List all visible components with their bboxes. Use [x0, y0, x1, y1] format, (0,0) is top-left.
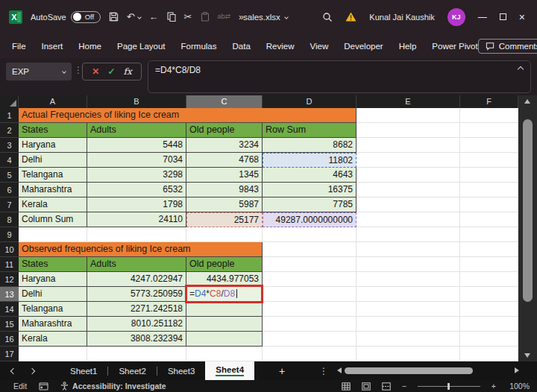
cell-B5[interactable]: 3298 [87, 168, 186, 183]
cell-F5[interactable] [460, 168, 518, 183]
row-header-5[interactable]: 5 [0, 168, 19, 183]
cell-D13[interactable] [263, 287, 357, 302]
macro-record-icon[interactable] [39, 382, 48, 391]
cell-B11[interactable]: Adults [87, 257, 186, 272]
cell-A2[interactable]: States [19, 123, 87, 138]
cell-A10[interactable]: Observed frequencies of liking Ice cream [19, 242, 263, 257]
cell-B7[interactable]: 1798 [87, 197, 186, 212]
cancel-icon[interactable]: ✕ [92, 66, 99, 77]
page-break-view-icon[interactable] [382, 382, 391, 391]
undo-icon[interactable]: ↶ [127, 12, 141, 22]
select-all-corner[interactable] [0, 95, 19, 108]
hscroll-right-icon[interactable] [515, 367, 519, 373]
scroll-down-icon[interactable] [524, 353, 530, 358]
cell-A3[interactable]: Haryana [19, 138, 87, 153]
ribbon-tab-data[interactable]: Data [233, 42, 251, 51]
row-header-17[interactable]: 17 [0, 347, 19, 361]
cell-B4[interactable]: 7034 [87, 153, 186, 168]
ribbon-tab-view[interactable]: View [310, 42, 329, 51]
cell-B2[interactable]: Adults [87, 123, 186, 138]
comments-button[interactable]: Comments [478, 39, 537, 54]
cell-A1[interactable]: Actual Frequencies of liking Ice cream [19, 108, 357, 123]
row-header-13[interactable]: 13 [0, 287, 19, 302]
column-header-E[interactable]: E [357, 95, 460, 108]
cell-E7[interactable] [357, 197, 460, 212]
ribbon-tab-page-layout[interactable]: Page Layout [117, 42, 166, 51]
cell-E9[interactable] [357, 227, 460, 242]
cell-B9[interactable] [87, 227, 186, 242]
cell-E4[interactable] [357, 153, 460, 168]
zoom-in-button[interactable]: + [492, 382, 496, 391]
cell-B6[interactable]: 6532 [87, 183, 186, 197]
cell-A13[interactable]: Delhi [19, 287, 87, 302]
cell-F12[interactable] [460, 272, 518, 287]
avatar[interactable]: KJ [448, 8, 465, 26]
zoom-out-button[interactable]: − [402, 382, 406, 391]
cell-F13[interactable] [460, 287, 518, 302]
row-header-1[interactable]: 1 [0, 108, 19, 123]
collapse-formula-bar-icon[interactable] [518, 66, 524, 72]
sheet-tab-sheet1[interactable]: Sheet1 [60, 361, 107, 380]
save-icon[interactable] [109, 12, 119, 22]
autosave-toggle[interactable]: Off [71, 11, 101, 23]
row-header-12[interactable]: 12 [0, 272, 19, 287]
cell-F11[interactable] [460, 257, 518, 272]
cell-F4[interactable] [460, 153, 518, 168]
ribbon-tab-help[interactable]: Help [399, 42, 417, 51]
row-header-7[interactable]: 7 [0, 197, 19, 212]
hscroll-left-icon[interactable] [337, 367, 342, 373]
cell-C16[interactable] [186, 332, 263, 347]
row-header-6[interactable]: 6 [0, 183, 19, 197]
cell-D2[interactable]: Row Sum [263, 123, 357, 138]
cell-C5[interactable]: 1345 [186, 168, 263, 183]
cell-E5[interactable] [357, 168, 460, 183]
add-sheet-button[interactable]: + [279, 361, 285, 380]
cell-D7[interactable]: 7785 [263, 197, 357, 212]
cell-E13[interactable] [357, 287, 460, 302]
column-header-F[interactable]: F [460, 95, 518, 108]
ribbon-tab-power-pivot[interactable]: Power Pivot [432, 42, 477, 51]
next-sheet-icon[interactable] [29, 367, 35, 373]
row-header-4[interactable]: 4 [0, 153, 19, 168]
row-header-15[interactable]: 15 [0, 317, 19, 332]
cell-C7[interactable]: 5987 [186, 197, 263, 212]
cell-B12[interactable]: 4247.022947 [87, 272, 186, 287]
cell-A16[interactable]: Kerala [19, 332, 87, 347]
cell-D4[interactable]: 11802 [263, 153, 357, 168]
cell-D10[interactable] [263, 242, 357, 257]
name-box[interactable]: EXP [6, 63, 72, 80]
cell-F10[interactable] [460, 242, 518, 257]
cell-B8[interactable]: 24110 [87, 212, 186, 227]
row-header-10[interactable]: 10 [0, 242, 19, 257]
zoom-slider-thumb[interactable] [448, 383, 450, 390]
cell-E15[interactable] [357, 317, 460, 332]
cell-E1[interactable] [357, 108, 460, 123]
ribbon-tab-file[interactable]: File [12, 42, 26, 51]
cut-icon[interactable]: ✂ [184, 12, 192, 22]
enter-icon[interactable]: ✓ [107, 66, 115, 77]
cell-A8[interactable]: Column Sum [19, 212, 87, 227]
cell-D3[interactable]: 8682 [263, 138, 357, 153]
row-header-9[interactable]: 9 [0, 227, 19, 242]
column-header-C[interactable]: C [186, 95, 263, 108]
sheet-tab-sheet3[interactable]: Sheet3 [157, 361, 205, 380]
cell-D9[interactable] [263, 227, 357, 242]
copy-icon[interactable] [167, 12, 176, 22]
warning-icon[interactable] [345, 12, 357, 22]
cell-C6[interactable]: 9843 [186, 183, 263, 197]
cell-A5[interactable]: Telangana [19, 168, 87, 183]
close-button[interactable]: × [519, 11, 525, 23]
cell-F6[interactable] [460, 183, 518, 197]
page-layout-view-icon[interactable] [362, 382, 371, 391]
scroll-up-icon[interactable] [524, 99, 530, 104]
cell-D8[interactable]: 49287.0000000000 [263, 212, 357, 227]
normal-view-icon[interactable] [342, 382, 351, 391]
cell-C17[interactable] [186, 347, 263, 361]
cell-C9[interactable] [186, 227, 263, 242]
ribbon-tab-formulas[interactable]: Formulas [181, 42, 217, 51]
cell-E8[interactable] [357, 212, 460, 227]
cell-F8[interactable] [460, 212, 518, 227]
insert-function-icon[interactable]: fx [123, 66, 131, 77]
cell-D12[interactable] [263, 272, 357, 287]
cell-F14[interactable] [460, 302, 518, 317]
